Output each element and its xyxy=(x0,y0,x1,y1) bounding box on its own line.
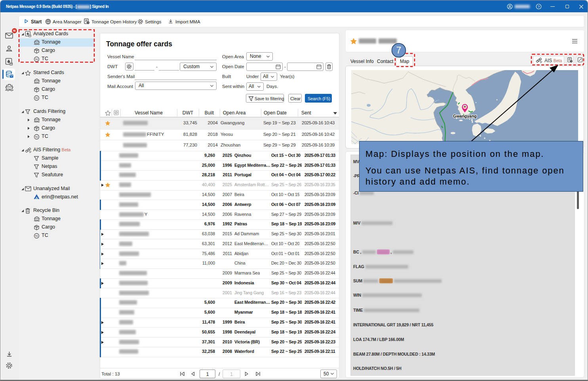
svg-text:7: 7 xyxy=(396,45,402,55)
